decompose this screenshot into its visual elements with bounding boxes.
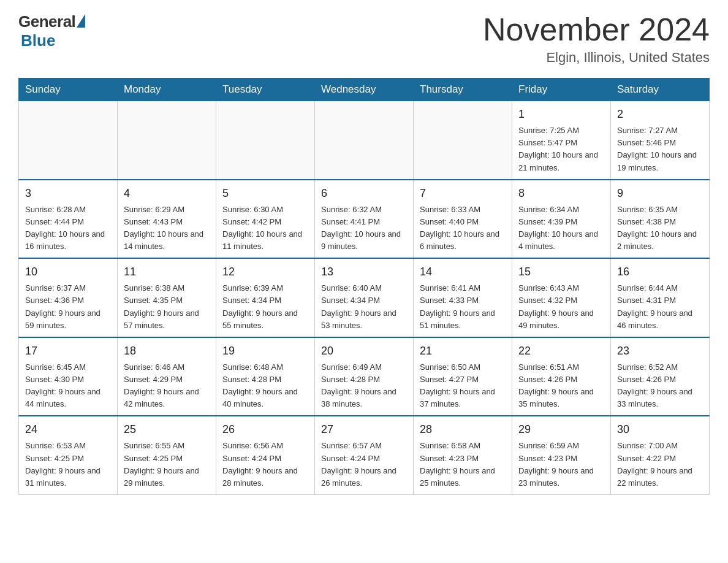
calendar-week-row: 24Sunrise: 6:53 AM Sunset: 4:25 PM Dayli…: [19, 416, 710, 494]
day-number: 1: [518, 106, 604, 123]
day-of-week-header: Wednesday: [315, 79, 414, 101]
day-number: 21: [420, 343, 506, 359]
day-number: 14: [420, 264, 506, 280]
calendar-day-cell: 29Sunrise: 6:59 AM Sunset: 4:23 PM Dayli…: [512, 416, 611, 494]
day-number: 30: [617, 421, 703, 438]
day-info: Sunrise: 6:58 AM Sunset: 4:23 PM Dayligh…: [420, 440, 506, 489]
day-number: 17: [25, 343, 111, 359]
calendar-day-cell: 22Sunrise: 6:51 AM Sunset: 4:26 PM Dayli…: [512, 337, 611, 416]
day-info: Sunrise: 6:32 AM Sunset: 4:41 PM Dayligh…: [321, 204, 407, 253]
calendar-subtitle: Elgin, Illinois, United States: [483, 50, 710, 66]
day-info: Sunrise: 7:27 AM Sunset: 5:46 PM Dayligh…: [617, 124, 703, 174]
day-info: Sunrise: 6:43 AM Sunset: 4:32 PM Dayligh…: [518, 282, 604, 332]
day-info: Sunrise: 6:57 AM Sunset: 4:24 PM Dayligh…: [321, 440, 407, 489]
day-number: 8: [518, 185, 604, 202]
day-info: Sunrise: 6:28 AM Sunset: 4:44 PM Dayligh…: [25, 204, 111, 253]
calendar-week-row: 10Sunrise: 6:37 AM Sunset: 4:36 PM Dayli…: [19, 258, 710, 337]
day-info: Sunrise: 6:37 AM Sunset: 4:36 PM Dayligh…: [25, 282, 111, 332]
calendar-day-cell: 16Sunrise: 6:44 AM Sunset: 4:31 PM Dayli…: [611, 258, 710, 337]
day-number: 25: [124, 421, 210, 438]
day-info: Sunrise: 6:40 AM Sunset: 4:34 PM Dayligh…: [321, 282, 407, 332]
calendar-day-cell: 30Sunrise: 7:00 AM Sunset: 4:22 PM Dayli…: [611, 416, 710, 494]
day-of-week-header: Thursday: [414, 79, 512, 101]
calendar-day-cell: 18Sunrise: 6:46 AM Sunset: 4:29 PM Dayli…: [118, 337, 216, 416]
calendar-day-cell: 4Sunrise: 6:29 AM Sunset: 4:43 PM Daylig…: [118, 180, 216, 259]
calendar-day-cell: 2Sunrise: 7:27 AM Sunset: 5:46 PM Daylig…: [611, 101, 710, 180]
calendar-day-cell: 24Sunrise: 6:53 AM Sunset: 4:25 PM Dayli…: [19, 416, 118, 494]
day-number: 13: [321, 264, 407, 280]
day-info: Sunrise: 6:46 AM Sunset: 4:29 PM Dayligh…: [124, 361, 210, 411]
day-info: Sunrise: 6:59 AM Sunset: 4:23 PM Dayligh…: [518, 440, 604, 489]
day-info: Sunrise: 6:38 AM Sunset: 4:35 PM Dayligh…: [124, 282, 210, 332]
day-number: 11: [124, 264, 210, 280]
day-info: Sunrise: 6:48 AM Sunset: 4:28 PM Dayligh…: [222, 361, 308, 411]
day-info: Sunrise: 6:41 AM Sunset: 4:33 PM Dayligh…: [420, 282, 506, 332]
calendar-week-row: 3Sunrise: 6:28 AM Sunset: 4:44 PM Daylig…: [19, 180, 710, 259]
calendar-table: SundayMondayTuesdayWednesdayThursdayFrid…: [18, 78, 710, 495]
day-info: Sunrise: 6:45 AM Sunset: 4:30 PM Dayligh…: [25, 361, 111, 411]
calendar-day-cell: 11Sunrise: 6:38 AM Sunset: 4:35 PM Dayli…: [118, 258, 216, 337]
day-number: 22: [518, 343, 604, 359]
calendar-day-cell: 23Sunrise: 6:52 AM Sunset: 4:26 PM Dayli…: [611, 337, 710, 416]
calendar-day-cell: 6Sunrise: 6:32 AM Sunset: 4:41 PM Daylig…: [315, 180, 414, 259]
calendar-day-cell: 20Sunrise: 6:49 AM Sunset: 4:28 PM Dayli…: [315, 337, 414, 416]
calendar-day-cell: 9Sunrise: 6:35 AM Sunset: 4:38 PM Daylig…: [611, 180, 710, 259]
day-number: 4: [124, 185, 210, 202]
calendar-day-cell: 12Sunrise: 6:39 AM Sunset: 4:34 PM Dayli…: [216, 258, 315, 337]
day-number: 15: [518, 264, 604, 280]
day-number: 24: [25, 421, 111, 438]
calendar-day-cell: [315, 101, 414, 180]
calendar-day-cell: 21Sunrise: 6:50 AM Sunset: 4:27 PM Dayli…: [414, 337, 512, 416]
calendar-header-row: SundayMondayTuesdayWednesdayThursdayFrid…: [19, 79, 710, 101]
day-number: 9: [617, 185, 703, 202]
logo-general-text: General: [18, 12, 75, 31]
calendar-day-cell: 27Sunrise: 6:57 AM Sunset: 4:24 PM Dayli…: [315, 416, 414, 494]
title-section: November 2024 Elgin, Illinois, United St…: [483, 12, 710, 66]
calendar-day-cell: 14Sunrise: 6:41 AM Sunset: 4:33 PM Dayli…: [414, 258, 512, 337]
calendar-day-cell: 19Sunrise: 6:48 AM Sunset: 4:28 PM Dayli…: [216, 337, 315, 416]
day-number: 28: [420, 421, 506, 438]
day-info: Sunrise: 7:00 AM Sunset: 4:22 PM Dayligh…: [617, 440, 703, 489]
calendar-day-cell: 26Sunrise: 6:56 AM Sunset: 4:24 PM Dayli…: [216, 416, 315, 494]
day-number: 27: [321, 421, 407, 438]
day-number: 29: [518, 421, 604, 438]
day-of-week-header: Tuesday: [216, 79, 315, 101]
day-number: 7: [420, 185, 506, 202]
calendar-day-cell: 13Sunrise: 6:40 AM Sunset: 4:34 PM Dayli…: [315, 258, 414, 337]
day-info: Sunrise: 6:30 AM Sunset: 4:42 PM Dayligh…: [222, 204, 308, 253]
day-of-week-header: Saturday: [611, 79, 710, 101]
day-info: Sunrise: 6:35 AM Sunset: 4:38 PM Dayligh…: [617, 204, 703, 253]
day-info: Sunrise: 6:44 AM Sunset: 4:31 PM Dayligh…: [617, 282, 703, 332]
calendar-day-cell: 10Sunrise: 6:37 AM Sunset: 4:36 PM Dayli…: [19, 258, 118, 337]
day-number: 5: [222, 185, 308, 202]
day-info: Sunrise: 7:25 AM Sunset: 5:47 PM Dayligh…: [518, 124, 604, 174]
calendar-day-cell: [118, 101, 216, 180]
day-of-week-header: Friday: [512, 79, 611, 101]
day-number: 3: [25, 185, 111, 202]
calendar-day-cell: 15Sunrise: 6:43 AM Sunset: 4:32 PM Dayli…: [512, 258, 611, 337]
calendar-title: November 2024: [483, 12, 710, 47]
day-number: 10: [25, 264, 111, 280]
calendar-day-cell: [414, 101, 512, 180]
calendar-day-cell: 3Sunrise: 6:28 AM Sunset: 4:44 PM Daylig…: [19, 180, 118, 259]
day-number: 12: [222, 264, 308, 280]
calendar-day-cell: [216, 101, 315, 180]
calendar-day-cell: 17Sunrise: 6:45 AM Sunset: 4:30 PM Dayli…: [19, 337, 118, 416]
day-number: 23: [617, 343, 703, 359]
day-number: 26: [222, 421, 308, 438]
calendar-day-cell: 28Sunrise: 6:58 AM Sunset: 4:23 PM Dayli…: [414, 416, 512, 494]
calendar-week-row: 17Sunrise: 6:45 AM Sunset: 4:30 PM Dayli…: [19, 337, 710, 416]
day-info: Sunrise: 6:53 AM Sunset: 4:25 PM Dayligh…: [25, 440, 111, 489]
day-info: Sunrise: 6:29 AM Sunset: 4:43 PM Dayligh…: [124, 204, 210, 253]
logo-blue-text: Blue: [21, 31, 55, 50]
calendar-day-cell: 25Sunrise: 6:55 AM Sunset: 4:25 PM Dayli…: [118, 416, 216, 494]
day-number: 6: [321, 185, 407, 202]
day-number: 18: [124, 343, 210, 359]
day-number: 2: [617, 106, 703, 123]
logo-triangle-icon: [77, 14, 85, 28]
day-info: Sunrise: 6:39 AM Sunset: 4:34 PM Dayligh…: [222, 282, 308, 332]
logo: General Blue: [18, 12, 85, 50]
calendar-week-row: 1Sunrise: 7:25 AM Sunset: 5:47 PM Daylig…: [19, 101, 710, 180]
calendar-day-cell: 1Sunrise: 7:25 AM Sunset: 5:47 PM Daylig…: [512, 101, 611, 180]
calendar-day-cell: 8Sunrise: 6:34 AM Sunset: 4:39 PM Daylig…: [512, 180, 611, 259]
